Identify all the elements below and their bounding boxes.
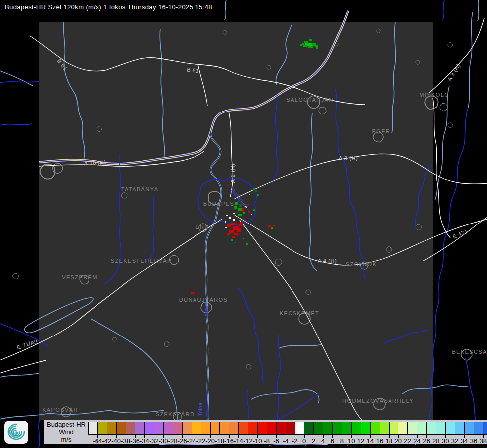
town-outline bbox=[447, 42, 453, 48]
legend-color-box bbox=[107, 422, 117, 434]
town-outline bbox=[447, 122, 454, 129]
legend-title: Budapest-HR Wind m/s bbox=[46, 421, 87, 443]
road-label: E 71/A9 bbox=[16, 338, 39, 351]
legend-color-box bbox=[220, 422, 229, 434]
legend-tick-label: 6 bbox=[331, 437, 334, 445]
legend-color-box bbox=[229, 422, 239, 434]
legend-tick-label: 34 bbox=[461, 437, 468, 445]
town-outline bbox=[12, 272, 20, 280]
legend-tick-label: -24 bbox=[187, 437, 196, 445]
legend-quantity: Wind bbox=[46, 428, 87, 436]
legend: Budapest-HR Wind m/s -64-42-40-38-36-34-… bbox=[0, 420, 487, 444]
legend-tick-label: 36 bbox=[470, 437, 477, 445]
legend-tick-label: 26 bbox=[423, 437, 430, 445]
legend-color-box bbox=[258, 422, 267, 434]
legend-color-box bbox=[371, 422, 380, 434]
legend-color-box bbox=[126, 422, 136, 434]
legend-tick-label: 38 bbox=[480, 437, 487, 445]
legend-color-box bbox=[465, 422, 474, 434]
legend-color-box bbox=[304, 422, 314, 434]
road-label: A 3 (H) bbox=[446, 63, 462, 82]
town-outline bbox=[459, 347, 474, 362]
legend-tick-label: 18 bbox=[386, 437, 392, 445]
legend-tick-label: 0 bbox=[302, 437, 306, 445]
legend-color-box bbox=[455, 422, 465, 434]
legend-color-box bbox=[436, 422, 446, 434]
legend-tick-label: -20 bbox=[205, 437, 215, 445]
road-label: E 471 bbox=[452, 228, 469, 239]
legend-tick-label: -30 bbox=[159, 437, 168, 445]
legend-tick-label: 28 bbox=[432, 437, 439, 445]
legend-color-box bbox=[474, 422, 484, 434]
legend-tick-label: -18 bbox=[215, 437, 224, 445]
city-label: BÉKÉSCSAB bbox=[452, 349, 487, 355]
colorbar bbox=[88, 422, 487, 435]
legend-tick-label: 4 bbox=[321, 437, 325, 445]
legend-color-box bbox=[164, 422, 173, 434]
legend-color-box bbox=[446, 422, 455, 434]
legend-tick-label: -32 bbox=[149, 437, 159, 445]
legend-tick-label: 14 bbox=[367, 437, 374, 445]
legend-color-box bbox=[333, 422, 342, 434]
legend-color-box bbox=[248, 422, 258, 434]
legend-tick-label: -22 bbox=[196, 437, 205, 445]
legend-tick-label: 16 bbox=[376, 437, 383, 445]
legend-tick-label: 10 bbox=[348, 437, 355, 445]
legend-color-box bbox=[483, 422, 487, 434]
legend-tick-label: -28 bbox=[168, 437, 178, 445]
map-canvas bbox=[39, 22, 433, 420]
legend-tick-label: -64 bbox=[93, 437, 102, 445]
legend-color-box bbox=[211, 422, 220, 434]
legend-color-box bbox=[380, 422, 390, 434]
legend-tick-label: 30 bbox=[442, 437, 449, 445]
legend-color-box bbox=[117, 422, 126, 434]
legend-color-box bbox=[352, 422, 361, 434]
legend-color-box bbox=[295, 422, 305, 434]
legend-product: Budapest-HR bbox=[46, 421, 87, 428]
legend-color-box bbox=[201, 422, 211, 434]
legend-color-box bbox=[342, 422, 352, 434]
legend-color-box bbox=[323, 422, 333, 434]
legend-tick-label: -6 bbox=[273, 437, 279, 445]
legend-tick-label: -36 bbox=[130, 437, 140, 445]
legend-tick-label: -16 bbox=[224, 437, 234, 445]
legend-tick-label: -12 bbox=[243, 437, 253, 445]
legend-tick-label: 12 bbox=[357, 437, 364, 445]
legend-color-box bbox=[145, 422, 154, 434]
legend-tick-label: -42 bbox=[102, 437, 111, 445]
legend-color-box bbox=[361, 422, 371, 434]
legend-tick-label: 20 bbox=[394, 437, 401, 445]
legend-tick-label: 32 bbox=[451, 437, 458, 445]
legend-tick-label: -10 bbox=[253, 437, 262, 445]
legend-tick-label: -8 bbox=[264, 437, 270, 445]
legend-tick-label: -4 bbox=[283, 437, 289, 445]
legend-color-box bbox=[135, 422, 145, 434]
legend-tick-label: -26 bbox=[178, 437, 187, 445]
legend-color-box bbox=[154, 422, 164, 434]
legend-color-box bbox=[98, 422, 107, 434]
legend-tick-label: -34 bbox=[140, 437, 149, 445]
legend-color-box bbox=[390, 422, 399, 434]
legend-tick-label: 24 bbox=[413, 437, 420, 445]
legend-tick-label: 2 bbox=[312, 437, 315, 445]
legend-color-box bbox=[277, 422, 286, 434]
legend-color-box bbox=[192, 422, 201, 434]
legend-tick-label: -2 bbox=[292, 437, 298, 445]
legend-color-box bbox=[183, 422, 192, 434]
legend-tick-label: -14 bbox=[234, 437, 243, 445]
product-title: Budapest-HR Szél 120km (m/s) 1 fokos Thu… bbox=[5, 3, 212, 11]
legend-color-box bbox=[314, 422, 323, 434]
legend-color-box bbox=[427, 422, 436, 434]
legend-color-box bbox=[286, 422, 295, 434]
legend-color-box bbox=[417, 422, 427, 434]
legend-color-box bbox=[408, 422, 417, 434]
legend-unit: m/s bbox=[46, 436, 87, 443]
town-outline bbox=[439, 102, 449, 112]
legend-tick-label: -40 bbox=[111, 437, 121, 445]
legend-tick-label: -38 bbox=[121, 437, 130, 445]
legend-color-box bbox=[267, 422, 277, 434]
radar-viewer: SALGÓTARJÁNMISKOLCEGERTATABÁNYABUDAPESTÉ… bbox=[0, 0, 487, 448]
legend-tick-label: 8 bbox=[340, 437, 344, 445]
legend-color-box bbox=[173, 422, 183, 434]
hungaromet-spiral-logo-icon bbox=[4, 421, 28, 444]
